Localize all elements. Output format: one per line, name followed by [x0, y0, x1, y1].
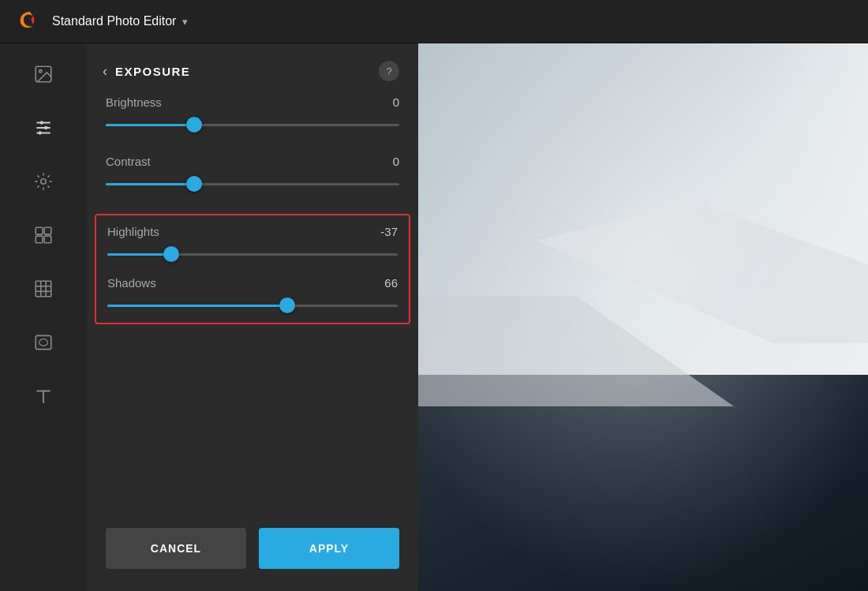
shadows-thumb[interactable]	[279, 297, 295, 313]
contrast-slider[interactable]	[106, 176, 399, 192]
dropdown-chevron[interactable]: ▾	[182, 16, 188, 28]
help-button[interactable]: ?	[379, 61, 399, 81]
svg-rect-27	[36, 335, 51, 349]
svg-point-17	[41, 179, 47, 185]
panel-footer: CANCEL APPLY	[87, 514, 418, 591]
shadows-group: Shadows 66	[107, 276, 398, 313]
highlights-label: Highlights	[107, 225, 159, 238]
contrast-value: 0	[374, 155, 399, 168]
photo-area	[418, 43, 868, 591]
brightness-label: Brightness	[106, 95, 162, 109]
svg-rect-19	[44, 227, 51, 234]
svg-rect-21	[44, 236, 51, 243]
brightness-slider[interactable]	[106, 117, 399, 133]
contrast-thumb[interactable]	[186, 176, 202, 192]
sidebar-item-table[interactable]	[28, 274, 58, 304]
contrast-group: Contrast 0	[106, 155, 399, 192]
brightness-thumb[interactable]	[186, 117, 202, 133]
logo-icon	[13, 6, 41, 37]
brightness-group: Brightness 0	[106, 95, 399, 133]
highlights-thumb[interactable]	[163, 246, 179, 262]
sidebar-item-magic[interactable]	[28, 166, 58, 196]
svg-point-2	[39, 70, 42, 73]
svg-point-6	[40, 121, 43, 124]
sidebar-item-vignette[interactable]	[28, 327, 58, 357]
highlights-slider[interactable]	[107, 246, 398, 262]
sidebar-item-grid[interactable]	[28, 220, 58, 250]
topbar: Standard Photo Editor ▾	[0, 0, 868, 43]
cancel-button[interactable]: CANCEL	[106, 528, 246, 569]
svg-point-7	[44, 126, 47, 129]
panel-title: EXPOSURE	[115, 65, 190, 78]
highlights-value: -37	[372, 225, 398, 238]
brightness-track-fill	[106, 124, 194, 126]
shadows-label: Shadows	[107, 276, 156, 290]
exposure-panel: ‹ EXPOSURE ? Brightness 0	[87, 43, 418, 591]
contrast-label: Contrast	[106, 155, 151, 168]
svg-line-15	[37, 185, 39, 187]
brightness-value: 0	[374, 95, 399, 109]
shadows-track-fill	[107, 305, 287, 307]
highlights-track-fill	[107, 253, 171, 256]
apply-button[interactable]: APPLY	[259, 528, 399, 569]
svg-line-16	[47, 175, 49, 177]
app-title-area[interactable]: Standard Photo Editor ▾	[52, 14, 188, 28]
panel-header: ‹ EXPOSURE ?	[87, 43, 418, 95]
photo-image	[418, 43, 868, 591]
shadows-value: 66	[372, 276, 398, 290]
svg-rect-20	[36, 236, 43, 243]
icon-sidebar	[0, 43, 87, 591]
contrast-track-fill	[106, 183, 194, 185]
svg-line-13	[37, 175, 39, 177]
svg-point-8	[39, 131, 42, 134]
svg-point-28	[39, 339, 48, 346]
sidebar-item-text[interactable]	[28, 381, 58, 411]
main-area: ‹ EXPOSURE ? Brightness 0	[0, 43, 868, 591]
highlighted-group: Highlights -37 Shadows 66	[95, 214, 410, 324]
svg-point-0	[13, 6, 41, 34]
svg-rect-35	[418, 43, 868, 591]
shadows-slider[interactable]	[107, 297, 398, 313]
back-button[interactable]: ‹	[103, 63, 107, 80]
photo-canvas	[418, 43, 868, 591]
sidebar-item-adjustments[interactable]	[28, 113, 58, 143]
highlights-group: Highlights -37	[107, 225, 398, 262]
svg-rect-22	[36, 281, 51, 297]
sidebar-item-image[interactable]	[28, 59, 58, 89]
svg-line-14	[47, 185, 49, 187]
sliders-area: Brightness 0 Contrast 0	[87, 95, 418, 514]
app-title: Standard Photo Editor	[52, 14, 176, 28]
panel-header-left: ‹ EXPOSURE	[103, 63, 190, 80]
svg-rect-18	[36, 227, 43, 234]
